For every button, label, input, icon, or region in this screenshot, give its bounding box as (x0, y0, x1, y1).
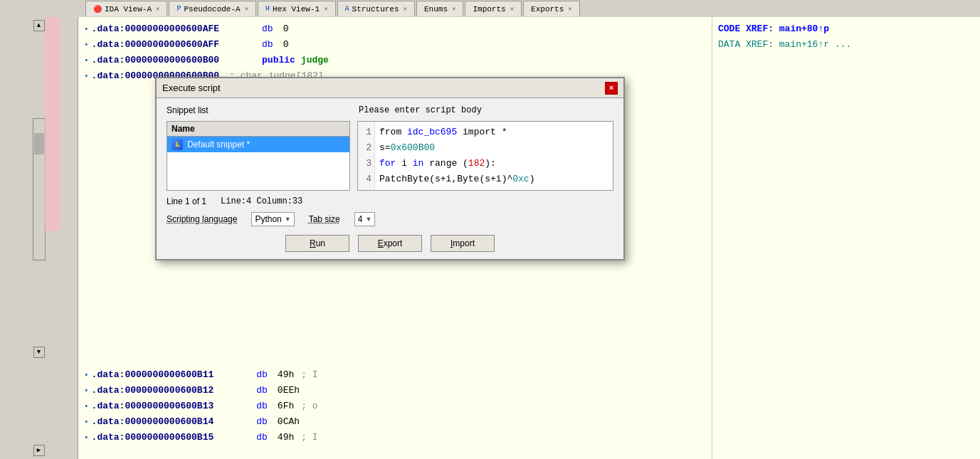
tab-structures[interactable]: A Structures ✕ (337, 1, 415, 16)
close-icon: × (609, 84, 614, 93)
code-line-1: • .data:00000000000600AFE db 0 (84, 21, 706, 37)
bottom-val-2: 0EEh (278, 383, 300, 399)
execute-script-dialog: Execute script × Snippet list Please ent… (155, 77, 625, 260)
code-line-2: • .data:00000000000600AFF db 0 (84, 37, 706, 53)
tab-size-value: 4 (358, 214, 363, 224)
bullet-1: • (84, 21, 89, 37)
tab-ida-label: IDA View-A (105, 5, 152, 14)
bottom-bullet-2: • (84, 383, 89, 399)
script-editor[interactable]: 1 2 3 4 from idc_bc695 import * s=0x600B… (357, 121, 613, 191)
bottom-code: • .data:0000000000600B11 db 49h ; I • .d… (78, 363, 712, 450)
tab-hex-close[interactable]: ✕ (324, 5, 327, 13)
val-1: 0 (283, 21, 289, 37)
tab-struct-icon: A (345, 5, 349, 13)
bottom-val-1: 49h (278, 367, 294, 383)
tab-export-close[interactable]: ✕ (568, 5, 571, 13)
bottom-comment-5: ; I (301, 430, 317, 445)
sl3-num: 182 (468, 158, 485, 169)
tab-pseudo-close[interactable]: ✕ (245, 5, 248, 13)
line-num-1: 1 (361, 125, 372, 140)
script-line-1: from idc_bc695 import * (379, 125, 608, 140)
tab-pseudocode[interactable]: P Pseudocode-A ✕ (169, 1, 256, 16)
line-num-4: 4 (361, 172, 372, 187)
snippet-list-label: Snippet list (167, 105, 359, 115)
bullet-2: • (84, 37, 89, 53)
snippet-icon: 🐍 (172, 139, 183, 150)
bottom-bullet-4: • (84, 414, 89, 430)
tab-import-close[interactable]: ✕ (510, 5, 514, 13)
bottom-op-5: db (256, 430, 268, 445)
bottom-line-4: • .data:0000000000600B14 db 0CAh (84, 414, 706, 430)
scripting-language-select[interactable]: Python ▼ (251, 212, 294, 226)
sl1-module: idc_bc695 (407, 127, 457, 137)
sl4-patch: PatchByte(s+i,Byte(s+i)^ (379, 174, 512, 184)
tab-struct-close[interactable]: ✕ (404, 5, 407, 13)
xref-code-line: CODE XREF: main+80↑p (718, 21, 974, 37)
scroll-down-btn[interactable]: ▼ (33, 347, 45, 358)
bottom-op-2: db (256, 383, 268, 399)
script-body-label: Please enter script body (359, 105, 482, 115)
left-sidebar: ▲ ▼ ▶ (0, 17, 78, 459)
tab-hexview[interactable]: H Hex View-1 ✕ (258, 1, 335, 16)
bottom-op-1: db (256, 367, 268, 383)
line-num-3: 3 (361, 156, 372, 172)
tab-size-arrow: ▼ (365, 216, 372, 223)
script-line-4: PatchByte(s+i,Byte(s+i)^0xc) (379, 172, 608, 187)
xref-data-text: DATA XREF: main+16↑r ... (718, 37, 851, 53)
bottom-line-1: • .data:0000000000600B11 db 49h ; I (84, 367, 706, 383)
tab-exports[interactable]: Exports ✕ (523, 1, 580, 16)
bottom-addr-1: .data:0000000000600B11 (92, 367, 214, 383)
bottom-line-3: • .data:0000000000600B13 db 6Fh ; o (84, 399, 706, 414)
default-snippet-item[interactable]: 🐍 Default snippet * (167, 137, 349, 152)
bottom-bullet-5: • (84, 430, 89, 445)
bottom-line-5: • .data:0000000000600B15 db 49h ; I (84, 430, 706, 445)
tab-enum-label: Enums (424, 5, 448, 14)
dialog-button-row: Run Export Import (167, 235, 613, 252)
snippet-panel: Name 🐍 Default snippet * (167, 121, 350, 191)
import-button[interactable]: Import (431, 235, 495, 252)
sl3-i: i (396, 158, 412, 169)
sl4-close: ) (529, 174, 535, 184)
tab-ida-close[interactable]: ✕ (156, 5, 159, 13)
sl4-hex: 0xc (512, 174, 529, 184)
scripting-language-arrow: ▼ (285, 216, 291, 223)
line-num-2: 2 (361, 140, 372, 156)
bottom-val-4: 0CAh (278, 414, 300, 430)
script-line-3: for i in range (182): (379, 156, 608, 172)
tab-struct-label: Structures (352, 5, 399, 14)
bottom-bullet-3: • (84, 399, 89, 414)
tab-hex-icon: H (265, 5, 270, 13)
tab-pseudo-icon: P (176, 5, 181, 13)
bottom-addr-2: .data:0000000000600B12 (92, 383, 214, 399)
right-panel: CODE XREF: main+80↑p DATA XREF: main+16↑… (712, 17, 980, 459)
tab-size-select[interactable]: 4 ▼ (354, 212, 376, 226)
xref-data-line: DATA XREF: main+16↑r ... (718, 37, 974, 53)
sl2-eq: = (385, 142, 391, 153)
run-label-underline: R (310, 238, 316, 248)
bottom-op-3: db (256, 399, 268, 414)
code-line-3: • .data:00000000000600B00 public judge (84, 53, 706, 68)
bottom-val-3: 6Fh (278, 399, 294, 414)
bottom-op-4: db (256, 414, 268, 430)
tab-ida-view[interactable]: 🔴 IDA View-A ✕ (85, 1, 167, 16)
tab-bar: 🔴 IDA View-A ✕ P Pseudocode-A ✕ H Hex Vi… (85, 0, 580, 17)
export-button[interactable]: Export (358, 235, 422, 252)
tab-imports[interactable]: Imports ✕ (465, 1, 522, 16)
scripting-language-label: Scripting language (167, 214, 237, 224)
dialog-close-button[interactable]: × (605, 82, 618, 95)
import-label-rest: mport (453, 238, 475, 248)
export-label-rest: xport (384, 238, 403, 248)
scroll-up-btn[interactable]: ▲ (33, 20, 45, 31)
scroll-right-btn[interactable]: ▶ (33, 445, 45, 456)
bottom-bullet-1: • (84, 367, 89, 383)
line-of-info: Line 1 of 1 (167, 196, 206, 206)
bottom-comment-3: ; o (301, 399, 317, 414)
tab-enum-close[interactable]: ✕ (452, 5, 455, 13)
cursor-position-info: Line:4 Column:33 (221, 196, 302, 206)
run-button[interactable]: Run (285, 235, 349, 252)
bottom-addr-4: .data:0000000000600B14 (92, 414, 214, 430)
tab-enums[interactable]: Enums ✕ (416, 1, 463, 16)
tab-hex-label: Hex View-1 (273, 5, 320, 14)
script-code-area[interactable]: from idc_bc695 import * s=0x600B00 for i… (375, 122, 613, 190)
sl2-s: s (379, 142, 385, 153)
